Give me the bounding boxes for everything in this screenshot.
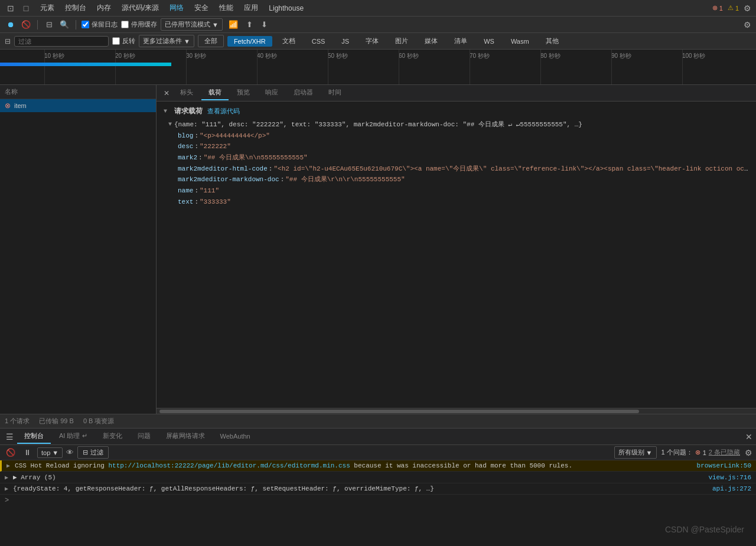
filter-media-tab[interactable]: 媒体 bbox=[418, 35, 444, 47]
filter-doc-tab[interactable]: 文档 bbox=[276, 35, 302, 47]
menu-security[interactable]: 安全 bbox=[190, 2, 213, 14]
filter-css-tab[interactable]: CSS bbox=[305, 36, 332, 47]
grid-line bbox=[470, 50, 470, 84]
payload-field-desc: desc:"222222" bbox=[178, 141, 749, 152]
grid-line bbox=[399, 50, 399, 84]
filter-js-tab[interactable]: JS bbox=[335, 36, 356, 47]
timeline-label-30: 30 秒秒 bbox=[186, 52, 206, 60]
dock-icon[interactable]: □ bbox=[20, 2, 32, 14]
tab-headers[interactable]: 标头 bbox=[173, 86, 200, 100]
filter-ws-tab[interactable]: WS bbox=[477, 36, 501, 47]
clear-button[interactable]: 🚫 bbox=[20, 19, 32, 31]
tab-block-requests[interactable]: 屏蔽网络请求 bbox=[159, 429, 212, 444]
issue-count: 1 个问题： ⊗ 1 2 条已隐藏 bbox=[662, 448, 741, 457]
filter-fetch-xhr-tab[interactable]: Fetch/XHR bbox=[227, 36, 272, 47]
console-message: {readyState: 4, getResponseHeader: ƒ, ge… bbox=[13, 485, 708, 492]
grid-line bbox=[257, 50, 258, 84]
preserve-log-checkbox[interactable]: 保留日志 bbox=[82, 20, 118, 29]
menu-elements[interactable]: 元素 bbox=[35, 2, 59, 14]
horizontal-scrollbar[interactable] bbox=[157, 408, 756, 414]
grid-line bbox=[328, 50, 328, 84]
menu-sources[interactable]: 源代码/来源 bbox=[117, 2, 164, 14]
payload-header: ▼ 请求载荷 查看源代码 bbox=[164, 106, 749, 116]
menu-memory[interactable]: 内存 bbox=[92, 2, 116, 14]
invert-checkbox[interactable]: 反转 bbox=[112, 37, 135, 45]
request-count: 1 个请求 bbox=[5, 417, 30, 426]
filter-other-tab[interactable]: 其他 bbox=[539, 35, 565, 47]
payload-field-mark2: mark2:"## 今日成果\n\n55555555555" bbox=[178, 152, 749, 164]
payload-field-text: text:"333333" bbox=[178, 197, 749, 208]
console-eye-button[interactable]: 👁 bbox=[66, 448, 74, 457]
filter-toggle[interactable]: ⊟ bbox=[43, 19, 55, 31]
row-expand[interactable]: ▶ bbox=[5, 485, 8, 492]
tab-changes[interactable]: 新变化 bbox=[96, 429, 129, 444]
timeline-label-70: 70 秒秒 bbox=[470, 52, 490, 60]
console-row-array: ▶ ▶ Array (5) view.js:716 bbox=[0, 472, 756, 483]
tab-ai[interactable]: AI 助理 ↵ bbox=[52, 429, 94, 444]
search-button[interactable]: 🔍 bbox=[58, 19, 70, 31]
tab-issues[interactable]: 问题 bbox=[131, 429, 158, 444]
menu-application[interactable]: 应用 bbox=[239, 2, 263, 14]
console-pause-button[interactable]: ⏸ bbox=[21, 447, 34, 458]
console-filter-button[interactable]: ⊟ 过滤 bbox=[77, 446, 109, 459]
tab-webauthn[interactable]: WebAuthn bbox=[213, 430, 258, 443]
top-context-dropdown[interactable]: top ▼ bbox=[37, 447, 63, 458]
console-close-button[interactable]: ✕ bbox=[745, 432, 752, 442]
payload-field-markdown-doc: mark2mdeditor-markdown-doc:"## 今日成果\r\n\… bbox=[178, 174, 749, 185]
upload-icon[interactable]: ⬆ bbox=[244, 19, 255, 30]
scrollbar-thumb[interactable] bbox=[159, 410, 639, 413]
timeline[interactable]: 10 秒秒 20 秒秒 30 秒秒 40 秒秒 50 秒秒 60 秒秒 70 秒… bbox=[0, 50, 756, 85]
filter-font-tab[interactable]: 字体 bbox=[359, 35, 385, 47]
payload-summary[interactable]: ▼ {name: "111", desc: "222222", text: "3… bbox=[168, 120, 749, 130]
tab-initiator[interactable]: 启动器 bbox=[286, 86, 320, 100]
disable-cache-checkbox[interactable]: 停用缓存 bbox=[121, 20, 157, 29]
hidden-count[interactable]: 2 条已隐藏 bbox=[709, 448, 740, 457]
filter-input-wrapper bbox=[14, 36, 109, 47]
row-expand[interactable]: ▶ bbox=[6, 462, 10, 469]
filter-all-tab[interactable]: 全部 bbox=[198, 35, 224, 47]
filter-row: ⊟ 反转 更多过滤条件 ▼ 全部 Fetch/XHR 文档 CSS JS 字体 … bbox=[0, 33, 756, 50]
console-prompt-row: > bbox=[0, 495, 756, 506]
tab-response[interactable]: 响应 bbox=[258, 86, 285, 100]
payload-summary-text: {name: "111", desc: "222222", text: "333… bbox=[174, 120, 582, 130]
row-expand[interactable]: ▶ bbox=[5, 474, 8, 481]
console-link[interactable]: http://localhost:22222/page/lib/editor.m… bbox=[108, 462, 350, 469]
filter-wasm-tab[interactable]: Wasm bbox=[504, 36, 536, 47]
download-icon[interactable]: ⬇ bbox=[259, 19, 270, 30]
wifi-icon[interactable]: 📶 bbox=[226, 19, 240, 30]
tab-payload[interactable]: 载荷 bbox=[201, 86, 229, 100]
tab-preview[interactable]: 预览 bbox=[230, 86, 257, 100]
log-level-dropdown[interactable]: 所有级别 ▼ bbox=[614, 446, 657, 459]
console-settings-icon[interactable]: ⚙ bbox=[745, 448, 752, 457]
filter-img-tab[interactable]: 图片 bbox=[389, 35, 415, 47]
console-source[interactable]: browserLink:50 bbox=[697, 462, 751, 469]
expand-arrow[interactable]: ▼ bbox=[164, 108, 167, 115]
console-source[interactable]: api.js:272 bbox=[712, 485, 751, 492]
toolbar-gear[interactable]: ⚙ bbox=[744, 20, 751, 30]
tab-timing[interactable]: 时间 bbox=[321, 86, 348, 100]
tab-console[interactable]: 控制台 bbox=[17, 429, 51, 444]
grid-line bbox=[115, 50, 116, 84]
record-button[interactable]: ⏺ bbox=[5, 19, 17, 31]
request-item[interactable]: ⊗ item bbox=[0, 99, 156, 112]
menu-lighthouse[interactable]: Lighthouse bbox=[264, 3, 308, 14]
filter-clear-tab[interactable]: 清单 bbox=[448, 35, 474, 47]
settings-icon[interactable]: ⚙ bbox=[744, 4, 751, 13]
payload-section: ▼ 请求载荷 查看源代码 ▼ {name: "111", desc: "2222… bbox=[164, 106, 749, 207]
details-close-button[interactable]: ✕ bbox=[161, 88, 172, 99]
more-filters-button[interactable]: 更多过滤条件 ▼ bbox=[139, 35, 194, 47]
payload-field-name: name:"111" bbox=[178, 185, 749, 197]
details-content: ▼ 请求载荷 查看源代码 ▼ {name: "111", desc: "2222… bbox=[157, 102, 756, 408]
requests-panel: 名称 ⊗ item bbox=[0, 85, 157, 414]
menu-network[interactable]: 网络 bbox=[165, 2, 188, 14]
console-menu-icon[interactable]: ☰ bbox=[4, 431, 16, 443]
grid-line bbox=[682, 50, 683, 84]
menu-console[interactable]: 控制台 bbox=[60, 2, 91, 14]
console-clear-button[interactable]: 🚫 bbox=[4, 447, 18, 458]
throttle-dropdown[interactable]: 已停用节流模式 ▼ bbox=[161, 18, 223, 31]
resource-size: 0 B 项资源 bbox=[83, 417, 115, 426]
console-source[interactable]: view.js:716 bbox=[708, 474, 751, 481]
menu-performance[interactable]: 性能 bbox=[214, 2, 238, 14]
filter-input[interactable] bbox=[18, 38, 89, 45]
view-source-link[interactable]: 查看源代码 bbox=[207, 107, 240, 116]
